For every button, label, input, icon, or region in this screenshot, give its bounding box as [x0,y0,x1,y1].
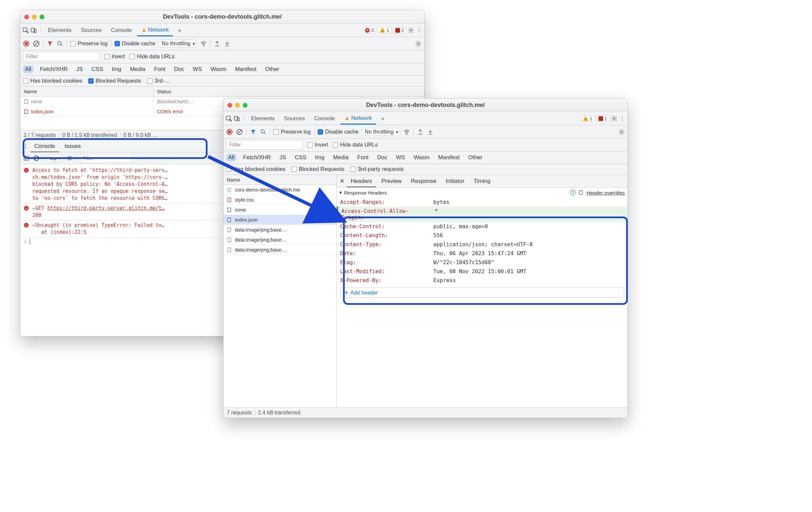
throttling-select[interactable]: No throttling [158,40,197,48]
request-row[interactable]: cors-demo-devtools.glitch.me [224,185,337,195]
disable-cache-checkbox[interactable]: Disable cache [115,40,155,47]
hide-data-urls-checkbox[interactable]: Hide data URLs [129,54,175,60]
type-wasm[interactable]: Wasm [412,153,432,162]
tab-preview[interactable]: Preview [377,175,405,187]
response-headers-section[interactable]: ▾ Response Headers ? Header overrides [337,188,628,198]
col-name[interactable]: Name [20,87,153,96]
help-icon[interactable]: ? [570,190,576,196]
invert-checkbox[interactable]: Invert [104,54,125,60]
type-media[interactable]: Media [331,153,350,162]
type-img[interactable]: Img [110,65,123,73]
inspect-icon[interactable] [226,115,232,122]
tab-network[interactable]: ▲Network [340,112,376,124]
type-ws[interactable]: WS [394,153,407,162]
header-row[interactable]: Date:Thu, 06 Apr 2023 15:47:24 GMT [337,249,628,258]
device-icon[interactable] [30,27,37,34]
type-media[interactable]: Media [128,65,147,73]
minimize-icon[interactable] [32,15,37,19]
close-icon[interactable]: ✕ [339,178,345,184]
invert-checkbox[interactable]: Invert [308,142,328,148]
tab-console-drawer[interactable]: Console [30,140,59,152]
type-all[interactable]: All [23,65,33,73]
tab-network[interactable]: ▲Network [137,24,173,36]
filter-icon[interactable] [250,129,257,135]
titlebar[interactable]: DevTools - cors-demo-devtools.glitch.me/ [20,10,424,24]
wifi-icon[interactable] [403,129,410,135]
gear-icon[interactable] [618,129,625,135]
device-icon[interactable] [233,115,240,122]
type-ws[interactable]: WS [191,65,204,73]
issues-badge[interactable]: 2 [393,27,406,34]
header-row[interactable]: Content-Length:556 [337,231,628,240]
type-wasm[interactable]: Wasm [208,65,229,73]
header-row[interactable]: Access-Control-Allow-Origin:* [337,206,628,222]
tab-sources[interactable]: Sources [77,24,106,36]
console-filter-input[interactable]: Filter [80,153,133,163]
header-row[interactable]: Cache-Control:public, max-age=0 [337,222,628,231]
gear-icon[interactable] [415,40,422,47]
gear-icon[interactable] [408,27,414,34]
tab-elements[interactable]: Elements [247,113,279,124]
col-status[interactable]: Status [153,87,424,96]
blocked-cookies-checkbox[interactable]: Has blocked cookies [226,166,285,173]
type-js[interactable]: JS [278,153,288,162]
type-manifest[interactable]: Manifest [233,65,258,73]
clear-icon[interactable] [33,40,40,47]
header-row[interactable]: X-Powered-By:Express [337,276,628,285]
disable-cache-checkbox[interactable]: Disable cache [318,129,359,135]
clear-icon[interactable] [33,155,40,162]
more-icon[interactable]: ⋮ [22,143,29,149]
search-icon[interactable] [260,129,266,135]
search-icon[interactable] [57,40,63,47]
header-row[interactable]: Etag:W/"22c-18457c15d68" [337,258,628,267]
zoom-icon[interactable] [40,15,44,19]
tab-sources[interactable]: Sources [280,113,309,124]
request-row[interactable]: none [224,205,337,215]
type-font[interactable]: Font [355,153,371,162]
upload-icon[interactable] [214,40,221,47]
filter-icon[interactable] [47,40,53,47]
preserve-log-checkbox[interactable]: Preserve log [273,129,311,135]
third-party-checkbox[interactable]: 3rd-… [147,78,170,84]
gear-icon[interactable] [611,115,617,122]
wifi-icon[interactable] [200,40,207,47]
blocked-cookies-checkbox[interactable]: Has blocked cookies [23,78,82,84]
download-icon[interactable] [224,40,230,47]
col-name[interactable]: Name [224,175,337,185]
upload-icon[interactable] [417,129,424,135]
sidebar-icon[interactable] [23,155,30,162]
filter-input[interactable]: Filter [23,52,99,61]
type-css[interactable]: CSS [293,153,309,162]
blocked-requests-checkbox[interactable]: Blocked Requests [291,166,344,173]
type-all[interactable]: All [226,153,236,162]
type-manifest[interactable]: Manifest [436,153,462,162]
more-icon[interactable]: ⋮ [619,115,626,122]
header-row[interactable]: Content-Type:application/json; charset=U… [337,240,628,249]
type-doc[interactable]: Doc [172,65,186,73]
tab-timing[interactable]: Timing [470,175,494,187]
close-icon[interactable] [24,15,29,19]
type-other[interactable]: Other [263,65,282,73]
request-row[interactable]: data:image/png;base… [224,225,337,235]
type-css[interactable]: CSS [90,65,105,73]
header-overrides-link[interactable]: Header overrides [586,190,625,196]
inspect-icon[interactable] [22,27,29,34]
tab-initiator[interactable]: Initiator [442,175,468,187]
tabs-more-icon[interactable]: » [377,113,388,124]
type-fetch[interactable]: Fetch/XHR [241,153,273,162]
live-expr-icon[interactable] [66,155,73,162]
type-js[interactable]: JS [74,65,85,73]
request-row[interactable]: data:image/png;base… [224,245,337,255]
add-header-button[interactable]: ＋Add header [340,287,624,298]
warning-badge[interactable]: 1 [377,27,392,34]
tab-elements[interactable]: Elements [44,24,76,36]
type-other[interactable]: Other [466,153,485,162]
disclosure-icon[interactable]: ▾ [339,190,342,196]
tabs-more-icon[interactable]: » [174,24,185,36]
throttling-select[interactable]: No throttling [362,128,400,136]
issues-badge[interactable]: 1 [596,115,609,122]
override-icon[interactable] [579,190,584,195]
request-row[interactable]: data:image/png;base… [224,235,337,245]
minimize-icon[interactable] [235,103,240,108]
tab-console[interactable]: Console [107,24,136,36]
